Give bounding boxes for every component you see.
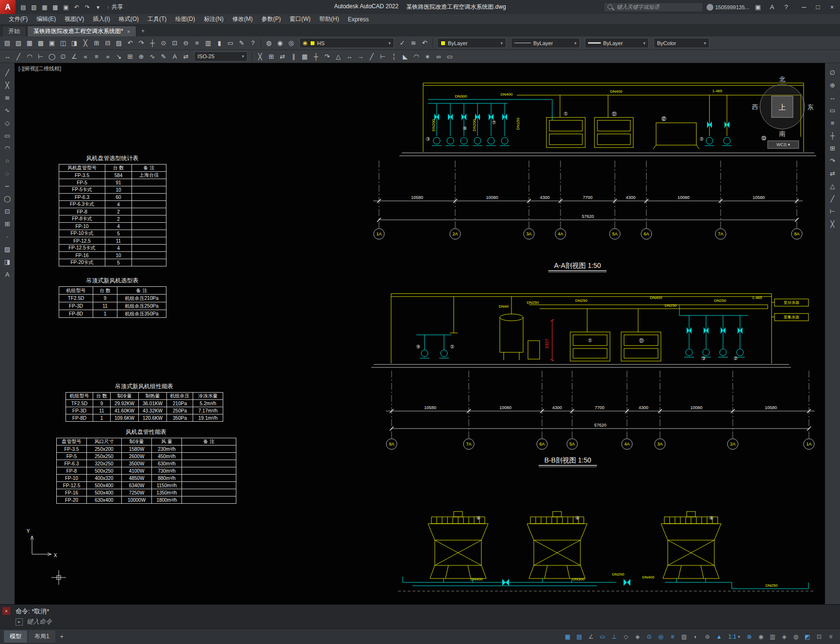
app-store-cart-button[interactable]: ▣	[753, 2, 763, 13]
cut-button[interactable]: ╳	[80, 38, 91, 49]
menu-w[interactable]: 窗口(W)	[286, 14, 314, 24]
graphics-performance-button[interactable]: ◩	[802, 631, 813, 642]
region-button[interactable]: ▭	[445, 51, 455, 62]
dimstyle-combo[interactable]: ISO-25 ▾	[194, 51, 247, 62]
open-button[interactable]: ▧	[13, 38, 24, 49]
redo-button[interactable]: ↷	[136, 38, 147, 49]
linetype-combo[interactable]: ByLayer ▾	[511, 38, 580, 48]
move-button[interactable]: ┼	[827, 130, 839, 141]
dim-edit-button[interactable]: ✎	[158, 51, 169, 62]
copy-button[interactable]: ⊞	[827, 143, 839, 154]
viewcube-west-label[interactable]: 西	[752, 103, 758, 111]
polyline-tool[interactable]: ∿	[1, 105, 13, 116]
extend-button[interactable]: ⊢	[378, 51, 388, 62]
properties-button[interactable]: ≡	[192, 38, 202, 49]
offset-button[interactable]: ∥	[288, 51, 299, 62]
lineweight-toggle[interactable]: ≡	[667, 631, 678, 642]
dim-center-mark-button[interactable]: ⊕	[136, 51, 147, 62]
circle-tool[interactable]: ○	[1, 155, 13, 166]
list-button[interactable]: ≡	[827, 117, 839, 129]
gradient-tool[interactable]: ◨	[1, 256, 13, 267]
rotate-button[interactable]: ↷	[827, 155, 839, 166]
array-button[interactable]: ▦	[299, 51, 310, 62]
menu-d[interactable]: 绘图(D)	[171, 14, 199, 24]
dim-jog-button[interactable]: ∿	[147, 51, 158, 62]
mtext-tool[interactable]: A	[1, 269, 13, 280]
drawing-canvas[interactable]: [-][俯视][二维线框]	[15, 63, 825, 604]
layer-properties-button[interactable]: ◍	[264, 38, 274, 49]
dim-tolerance-button[interactable]: ⊞	[125, 51, 135, 62]
tool-palettes-button[interactable]: ▮	[214, 38, 225, 49]
customization-button[interactable]: ≡	[825, 631, 836, 642]
isodraft-toggle[interactable]: ◈	[632, 631, 643, 642]
menu-express[interactable]: Express	[344, 15, 373, 24]
redo-button[interactable]: ↷	[82, 2, 92, 12]
help-button[interactable]: ?	[247, 38, 258, 49]
color-control-combo[interactable]: ByLayer ▾	[437, 38, 506, 48]
paste-button[interactable]: ⊟	[102, 38, 113, 49]
plotstyle-combo[interactable]: ByColor ▾	[654, 38, 709, 48]
tab-close-icon[interactable]: ×	[127, 29, 130, 34]
annotation-visibility-toggle[interactable]: ▲	[714, 631, 725, 642]
annotation-scale-button[interactable]: 1:1 ▾	[725, 633, 743, 640]
selection-cycling-toggle[interactable]: ◐	[691, 631, 701, 642]
trim-button[interactable]: ╱	[827, 193, 839, 204]
sheetset-manager-button[interactable]: ▭	[225, 38, 236, 49]
new-layout-button[interactable]: +	[57, 633, 67, 640]
autodesk-account-button[interactable]: A	[767, 2, 777, 13]
publish-button[interactable]: ◨	[69, 38, 80, 49]
match-properties-button[interactable]: ▨	[114, 38, 124, 49]
polygon-tool[interactable]: ◇	[1, 117, 13, 129]
viewcube-east-label[interactable]: 东	[807, 103, 814, 111]
designcenter-button[interactable]: ▥	[203, 38, 214, 49]
dim-linear-button[interactable]: ↔	[2, 51, 13, 62]
layer-unisolate-button[interactable]: ◎	[286, 38, 296, 49]
menu-i[interactable]: 插入(I)	[89, 14, 114, 24]
zoom-previous-button[interactable]: ⊖	[181, 38, 191, 49]
workspace-dropdown-icon[interactable]: ▾	[93, 2, 103, 12]
drawing-viewport[interactable]: 上 北 西 东 南 WCS ▾ 1A2A3A4A5A6A7A8A10580100…	[15, 63, 825, 604]
help-menu-button[interactable]: ?	[781, 2, 791, 13]
lineweight-combo[interactable]: ByLayer ▾	[585, 38, 649, 48]
point-tool[interactable]: ∙	[1, 231, 13, 242]
dim-leader-button[interactable]: ↘	[114, 51, 124, 62]
transparency-toggle[interactable]: ▨	[679, 631, 690, 642]
osnap-toggle[interactable]: ◎	[656, 631, 666, 642]
wcs-dropdown-label[interactable]: WCS ▾	[776, 142, 790, 147]
dim-continue-button[interactable]: »	[102, 51, 113, 62]
snap-toggle[interactable]: ▤	[574, 631, 585, 642]
3d-osnap-toggle[interactable]: ⊚	[702, 631, 713, 642]
rotate-button[interactable]: ↷	[322, 51, 332, 62]
tab-start[interactable]: 开始	[2, 26, 26, 36]
maximize-button[interactable]: □	[811, 0, 825, 14]
make-layer-current-button[interactable]: ✓	[397, 38, 408, 49]
mirror-button[interactable]: ⇄	[277, 51, 288, 62]
grid-toggle[interactable]: ▦	[562, 631, 573, 642]
menu-n[interactable]: 标注(N)	[200, 14, 228, 24]
menu-h[interactable]: 帮助(H)	[315, 14, 343, 24]
fillet-button[interactable]: ◠	[411, 51, 422, 62]
commandline-close-button[interactable]: ×	[2, 607, 10, 615]
zoom-realtime-button[interactable]: ⊙	[158, 38, 169, 49]
menu-o[interactable]: 格式(O)	[115, 14, 143, 24]
viewport-controls[interactable]: [-][俯视][二维线框]	[18, 65, 61, 72]
layer-combo[interactable]: ◉ HS ▾	[299, 38, 394, 48]
dim-update-button[interactable]: ⇄	[181, 51, 191, 62]
command-window[interactable]: × 命令: *取消* ▸ 键入命令	[0, 604, 840, 628]
menu-m[interactable]: 修改(M)	[229, 14, 257, 24]
stretch-button[interactable]: ↔	[344, 51, 355, 62]
spline-tool[interactable]: ∽	[1, 181, 13, 192]
qnew-button[interactable]: ▤	[18, 2, 28, 12]
layer-isolate-button[interactable]: ◉	[275, 38, 285, 49]
ortho-toggle[interactable]: ⊥	[609, 631, 620, 642]
save-button[interactable]: ▦	[40, 2, 49, 12]
viewcube-top-label[interactable]: 上	[779, 103, 786, 111]
tab-drawing[interactable]: 某铁路医院改造工程空调水系统图* ×	[27, 26, 136, 36]
line-tool[interactable]: ╱	[1, 67, 13, 78]
signin-button[interactable]: 1505999135...	[707, 4, 749, 11]
xline-tool[interactable]: ╳	[1, 80, 13, 91]
saveas-button[interactable]: ▩	[50, 2, 60, 12]
lengthen-button[interactable]: →	[355, 51, 366, 62]
trim-button[interactable]: ╱	[366, 51, 377, 62]
mirror-button[interactable]: ⇄	[827, 168, 839, 179]
